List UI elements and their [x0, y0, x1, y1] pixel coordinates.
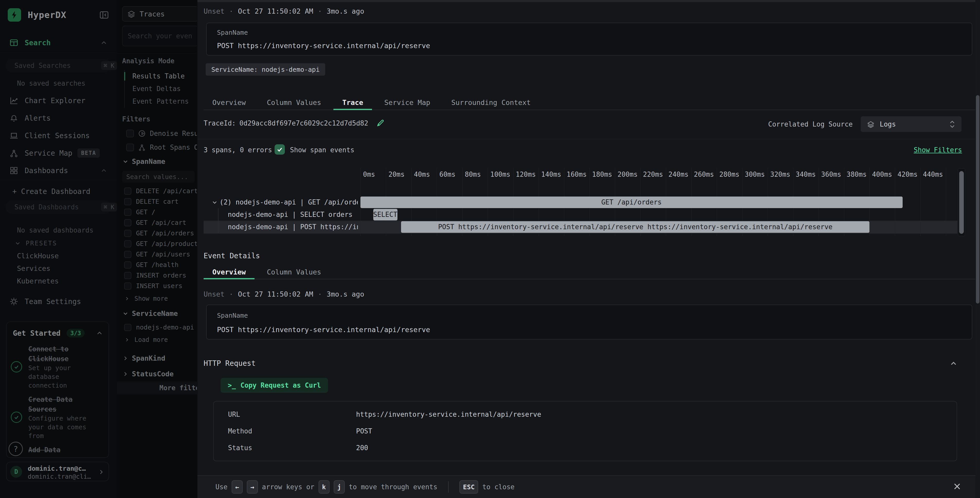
spanname-value-row[interactable]: DELETE /api/cart — [117, 186, 197, 196]
servicename-chip[interactable]: ServiceName: nodejs-demo-api — [206, 63, 325, 76]
get-started-step[interactable]: Add Data — [28, 445, 105, 455]
span-row-label[interactable]: nodejs-demo-api | SELECT orders — [228, 209, 358, 220]
chart-scrollbar-thumb[interactable] — [959, 171, 964, 234]
get-started-step[interactable]: Create DataSourcesConfigure whereyour da… — [28, 394, 105, 441]
load-more-button[interactable]: Load more — [117, 334, 168, 345]
analysis-mode-event-patterns[interactable]: Event Patterns — [125, 95, 196, 108]
spanname-value-row[interactable]: GET / — [117, 207, 197, 217]
group-label: SpanKind — [132, 354, 165, 362]
preset-clickhouse[interactable]: ClickHouse — [0, 249, 117, 262]
spanname-values-search-input[interactable] — [122, 171, 195, 183]
collapse-section-icon[interactable] — [949, 359, 958, 368]
select-caret-icon — [949, 120, 955, 129]
event-search-input[interactable] — [122, 26, 197, 46]
checkbox[interactable] — [124, 261, 131, 268]
spanname-value-row[interactable]: GET /api/users — [117, 249, 197, 260]
time-tick-label: 100ms — [490, 171, 510, 178]
tab-service-map[interactable]: Service Map — [375, 95, 439, 110]
checkbox[interactable] — [124, 198, 131, 205]
saved-searches-input[interactable]: ⌘ K — [6, 59, 111, 73]
span-row-label[interactable]: (2) nodejs-demo-api | GET /api/orders — [220, 196, 358, 208]
spanname-value-row[interactable]: GET /api/orders — [117, 228, 197, 238]
correlated-log-source-select[interactable]: Logs — [861, 116, 961, 132]
analysis-mode-event-deltas[interactable]: Event Deltas — [125, 83, 196, 95]
tab-column-values[interactable]: Column Values — [258, 95, 330, 110]
sidebar-item-search[interactable]: Search — [0, 35, 117, 50]
copy-request-as-curl-button[interactable]: >_ Copy Request as Curl — [221, 378, 328, 393]
saved-dashboards-input[interactable]: ⌘ K — [6, 200, 111, 214]
chevron-right-icon — [98, 468, 105, 476]
presets-header[interactable]: PRESETS — [0, 239, 117, 248]
chevron-up-icon[interactable] — [100, 167, 108, 174]
sidebar-item-dashboards[interactable]: Dashboards — [0, 162, 117, 179]
show-filters-link[interactable]: Show Filters — [914, 146, 962, 154]
chart-scrollbar[interactable] — [958, 168, 965, 236]
filter-group-spankind[interactable]: SpanKind — [117, 350, 197, 366]
checkbox[interactable] — [124, 240, 131, 247]
filter-group-spanname[interactable]: SpanName — [122, 157, 165, 165]
spanname-value-row[interactable]: INSERT orders — [117, 270, 197, 281]
checkbox[interactable] — [124, 283, 131, 290]
preset-services[interactable]: Services — [0, 262, 117, 275]
key-badge-esc: ESC — [460, 480, 478, 494]
span-row-label[interactable]: nodejs-demo-api | POST https://invento — [228, 221, 358, 233]
close-button[interactable] — [951, 480, 964, 493]
sidebar-item-team-settings[interactable]: Team Settings — [0, 294, 117, 309]
checkbox[interactable] — [124, 219, 131, 227]
checkbox[interactable] — [124, 209, 131, 216]
expand-chevron-icon[interactable] — [211, 196, 218, 208]
step-title: Connect to — [28, 344, 105, 354]
step-title: Add Data — [28, 445, 105, 455]
event-details-tab-column-values[interactable]: Column Values — [258, 265, 330, 279]
dashboards-icon — [9, 166, 19, 175]
sidebar-item-service-map[interactable]: Service MapBETA — [0, 144, 117, 162]
create-dashboard-button[interactable]: + Create Dashboard — [0, 185, 117, 198]
filter-group-statuscode[interactable]: StatusCode — [117, 366, 197, 382]
help-button[interactable]: ? — [8, 442, 23, 456]
checkbox[interactable] — [124, 272, 131, 279]
user-menu[interactable]: D dominic.tran@c… dominic.tran@cli… — [6, 462, 109, 481]
event-meta: Unset · Oct 27 11:50:02 AM · 3mo.s ago — [204, 7, 364, 15]
show-more-button[interactable]: Show more — [117, 293, 168, 304]
checkbox[interactable] — [126, 130, 134, 137]
more-filters-button[interactable]: More filters — [117, 381, 197, 394]
span-duration-bar[interactable]: SELECT — [373, 209, 398, 220]
chevron-up-icon[interactable] — [95, 329, 103, 337]
checkbox[interactable] — [124, 251, 131, 258]
chevron-up-icon[interactable] — [100, 39, 108, 46]
get-started-step[interactable]: Connect toClickHouseSet up yourdatabasec… — [28, 344, 105, 390]
spanname-value-row[interactable]: INSERT users — [117, 281, 197, 291]
span-duration-bar[interactable]: POST https://inventory-service.internal/… — [401, 221, 869, 233]
http-row-value: 200 — [356, 444, 368, 452]
page-scrollbar[interactable] — [975, 0, 980, 498]
show-span-events-checkbox[interactable] — [275, 144, 285, 155]
sidebar-item-label: Alerts — [25, 114, 51, 123]
sidebar-item-chart-explorer[interactable]: Chart Explorer — [0, 92, 117, 109]
spanname-value-row[interactable]: DELETE cart — [117, 196, 197, 207]
checkbox[interactable] — [126, 144, 134, 151]
log-source-value: Logs — [880, 120, 896, 128]
spanname-value-row[interactable]: GET /api/cart — [117, 217, 197, 228]
sidebar-item-alerts[interactable]: Alerts — [0, 109, 117, 127]
page-scrollbar-thumb[interactable] — [976, 95, 980, 303]
tab-trace[interactable]: Trace — [333, 95, 372, 110]
checkbox[interactable] — [124, 188, 131, 195]
filter-group-servicename[interactable]: ServiceName — [122, 310, 178, 318]
spanname-value-row[interactable]: GET /health — [117, 260, 197, 270]
edit-pencil-icon[interactable] — [376, 119, 385, 128]
event-details-tab-overview[interactable]: Overview — [204, 265, 255, 279]
collapse-sidebar-icon[interactable] — [99, 10, 109, 20]
preset-kubernetes[interactable]: Kubernetes — [0, 275, 117, 287]
tab-surrounding-context[interactable]: Surrounding Context — [442, 95, 539, 110]
spanname-value-row[interactable]: GET /api/products — [117, 238, 197, 249]
analysis-mode-results-table[interactable]: Results Table — [125, 70, 196, 83]
source-select[interactable]: Traces — [122, 6, 197, 22]
servicename-value-row[interactable]: nodejs-demo-api — [117, 322, 197, 333]
span-duration-bar[interactable]: GET /api/orders — [360, 196, 903, 208]
filter-toggle-denoise-results[interactable]: Denoise Results — [117, 126, 197, 140]
checkbox[interactable] — [124, 230, 131, 237]
sidebar-item-client-sessions[interactable]: Client Sessions — [0, 127, 117, 144]
filter-toggle-root-spans-only[interactable]: Root Spans Only — [117, 140, 197, 154]
checkbox[interactable] — [124, 324, 131, 331]
tab-overview[interactable]: Overview — [204, 95, 255, 110]
